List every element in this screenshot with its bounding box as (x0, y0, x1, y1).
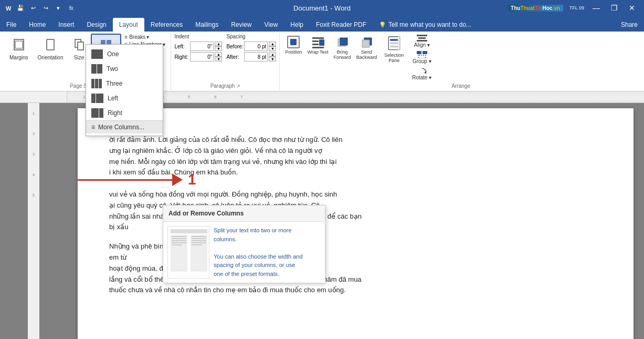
position-button[interactable]: Position (283, 34, 304, 81)
text-line-13: thuốc chưa và về nhà cô nhắn tin cho mẹ … (109, 285, 602, 296)
indent-left-down[interactable]: ▼ (215, 46, 222, 51)
paragraph-content: Indent Left: ▲ ▼ Right: ▲ (174, 34, 276, 89)
col-two-label: Two (107, 65, 118, 73)
arrange-label: Arrange (280, 83, 642, 89)
tab-review[interactable]: Review (225, 18, 258, 32)
col-menu-two[interactable]: Two (86, 61, 163, 76)
arrange-small-col: Align ▾ Group ▾ Rotate ▾ (409, 34, 435, 81)
tab-help[interactable]: Help (284, 18, 310, 32)
breaks-button[interactable]: ≡ Breaks ▾ (122, 34, 167, 40)
title-bar-left: W 💾 ↩ ↪ ▾ fx (4, 3, 73, 13)
wrap-text-button[interactable]: Wrap Text (305, 34, 330, 81)
qat-save[interactable]: 💾 (16, 3, 25, 13)
selection-pane-button[interactable]: SelectionPane (380, 34, 408, 65)
tab-design[interactable]: Design (80, 18, 112, 32)
align-button[interactable]: Align ▾ (409, 34, 435, 49)
svg-rect-41 (172, 240, 186, 241)
svg-rect-30 (417, 40, 427, 42)
text-line-5: vui vẻ và sống hòa đồng với mọi người. Đ… (109, 189, 602, 200)
tfl-badge: TFL 09 (569, 5, 584, 11)
text-line-3: mẹ hiền. Mỗi ngày cô lên lớp với tâm trạ… (109, 157, 602, 168)
col-menu-right[interactable]: Right (86, 106, 163, 120)
tab-home[interactable]: Home (23, 18, 52, 32)
col-menu-three[interactable]: Three (86, 76, 163, 91)
indent-left-input[interactable] (190, 42, 214, 51)
ruler-mark-5: 5 (188, 95, 190, 99)
col-left-icon (91, 94, 103, 103)
spacing-after-input[interactable] (244, 52, 268, 61)
tab-layout[interactable]: Layout (113, 18, 144, 32)
spacing-after-up[interactable]: ▲ (269, 52, 276, 57)
group-button[interactable]: Group ▾ (409, 50, 435, 65)
close-button[interactable]: ✕ (624, 1, 640, 15)
indent-right-up[interactable]: ▲ (215, 52, 222, 57)
indent-right-down[interactable]: ▼ (215, 57, 222, 61)
tab-share[interactable]: Share (615, 18, 644, 32)
orientation-button[interactable]: Orientation (34, 34, 68, 65)
spacing-before-down[interactable]: ▼ (269, 46, 276, 51)
spacing-before-up[interactable]: ▲ (269, 42, 276, 46)
spacing-after-row: After: ▲ ▼ (226, 52, 276, 61)
svg-text:W: W (6, 5, 12, 12)
columns-dropdown: One Two Three Left Right ≡ M (86, 44, 163, 136)
indent-right-input[interactable] (190, 52, 214, 61)
svg-rect-9 (78, 42, 83, 50)
arrow-right-head (172, 173, 183, 186)
rotate-button[interactable]: Rotate ▾ (409, 66, 435, 81)
tab-foxit[interactable]: Foxit Reader PDF (310, 18, 373, 32)
spacing-before-input[interactable] (244, 42, 268, 51)
minimize-button[interactable]: — (588, 1, 604, 15)
indent-col: Indent Left: ▲ ▼ Right: ▲ (174, 34, 222, 61)
col-two-icon (91, 64, 102, 74)
svg-rect-48 (192, 244, 202, 245)
qat-customize[interactable]: ▾ (54, 3, 63, 13)
svg-rect-26 (390, 46, 398, 48)
tooltip-line5: spacing of your columns, or use (214, 262, 295, 268)
orientation-icon (44, 38, 57, 54)
indent-left-up[interactable]: ▲ (215, 42, 222, 46)
send-backward-button[interactable]: SendBackward (354, 34, 379, 81)
size-label: Size (74, 55, 84, 60)
spacing-after-down[interactable]: ▼ (269, 57, 276, 61)
svg-rect-36 (171, 229, 207, 233)
qat-undo[interactable]: ↩ (28, 3, 38, 13)
bring-forward-button[interactable]: BringForward (332, 34, 353, 81)
tab-view[interactable]: View (258, 18, 284, 32)
margins-button[interactable]: Margins (5, 34, 33, 65)
svg-rect-31 (417, 51, 421, 54)
title-bar: W 💾 ↩ ↪ ▾ fx Document1 - Word ThuThuatTi… (0, 0, 644, 16)
svg-rect-13 (290, 39, 297, 45)
col-menu-left[interactable]: Left (86, 91, 163, 106)
restore-button[interactable]: ❐ (606, 1, 622, 15)
bring-forward-label: BringForward (334, 49, 351, 60)
margins-label: Margins (9, 55, 28, 60)
svg-rect-45 (192, 238, 206, 239)
text-line-2: ưng lại nghiêm khắc. Ở lớp cô là giáo vi… (109, 146, 602, 157)
col-three-icon (91, 79, 102, 88)
tab-search[interactable]: 💡 Tell me what you want to do... (373, 18, 478, 32)
svg-rect-22 (362, 40, 369, 47)
col-menu-one[interactable]: One (86, 47, 163, 61)
indent-left-row: Left: ▲ ▼ (174, 42, 222, 51)
svg-marker-34 (424, 71, 426, 74)
tab-file[interactable]: File (0, 18, 23, 32)
svg-rect-27 (398, 37, 400, 50)
svg-rect-24 (390, 39, 398, 41)
vertical-ruler: 1 2 3 4 5 (0, 103, 67, 339)
tab-references[interactable]: References (144, 18, 189, 32)
ruler-mark-7: 7 (240, 95, 242, 99)
qat-redo[interactable]: ↪ (41, 3, 50, 13)
tab-insert[interactable]: Insert (52, 18, 80, 32)
spacing-after-arrows: ▲ ▼ (269, 52, 276, 61)
tab-mailings[interactable]: Mailings (189, 18, 225, 32)
tooltip-body: Split your text into two or more columns… (163, 222, 325, 283)
ruler-mark-6: 6 (214, 95, 216, 99)
more-columns-button[interactable]: ≡ More Columns... (86, 120, 163, 133)
arrow-1-number: 1 (188, 171, 196, 188)
indent-right-arrows: ▲ ▼ (215, 52, 222, 61)
svg-rect-43 (172, 244, 182, 245)
vruler-5: 5 (33, 193, 35, 198)
indent-left-arrows: ▲ ▼ (215, 42, 222, 51)
svg-rect-28 (417, 35, 427, 36)
vruler-1: 1 (33, 111, 35, 116)
